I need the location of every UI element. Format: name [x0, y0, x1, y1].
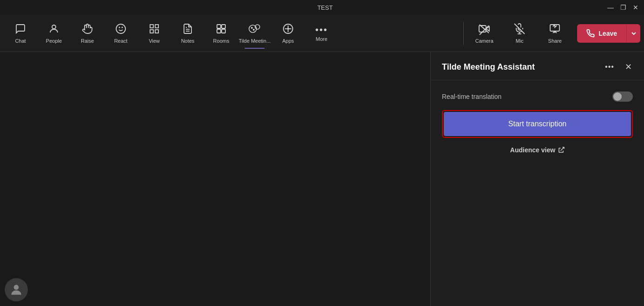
toolbar-right-items: Camera Mic	[467, 17, 640, 50]
toolbar-item-chat[interactable]: Chat	[4, 17, 37, 50]
svg-point-33	[14, 285, 19, 290]
camera-label: Camera	[475, 38, 493, 44]
audience-view-link[interactable]: Audience view	[442, 146, 633, 154]
apps-icon	[283, 23, 294, 36]
panel-more-button[interactable]: •••	[603, 60, 616, 73]
panel-body: Real-time translation Start transcriptio…	[431, 80, 644, 165]
share-icon	[549, 23, 560, 36]
side-panel: Tilde Meeting Assistant ••• ✕ Real-time …	[430, 52, 644, 306]
toggle-knob	[613, 92, 622, 101]
toolbar-item-more[interactable]: ••• More	[305, 17, 338, 50]
tilde-icon	[248, 23, 261, 36]
svg-rect-11	[217, 25, 221, 28]
panel-close-icon: ✕	[625, 62, 632, 72]
toolbar-item-camera[interactable]: Camera	[467, 17, 501, 50]
chat-icon	[15, 23, 26, 36]
svg-rect-26	[479, 26, 486, 32]
translation-toggle[interactable]	[612, 91, 633, 102]
toolbar-item-people[interactable]: People	[37, 17, 71, 50]
camera-icon	[479, 23, 490, 36]
panel-header-actions: ••• ✕	[603, 60, 635, 73]
toolbar-divider	[463, 22, 464, 45]
svg-rect-12	[222, 25, 225, 28]
start-transcription-button[interactable]: Start transcription	[444, 112, 631, 136]
video-area	[0, 52, 430, 306]
raise-icon	[82, 23, 93, 36]
more-label: More	[315, 36, 327, 42]
toolbar-item-mic[interactable]: Mic	[503, 17, 536, 50]
more-icon: •••	[315, 25, 328, 34]
raise-label: Raise	[81, 38, 94, 44]
tilde-label: Tilde Meetin...	[239, 38, 271, 44]
svg-rect-5	[155, 25, 158, 28]
toolbar-item-react[interactable]: React	[104, 17, 138, 50]
audience-view-label: Audience view	[510, 146, 555, 154]
leave-button[interactable]: Leave	[577, 24, 626, 43]
rooms-label: Rooms	[213, 38, 230, 44]
toolbar-left-items: Chat People Raise	[4, 17, 460, 50]
people-label: People	[46, 38, 62, 44]
leave-label: Leave	[598, 30, 617, 37]
apps-label: Apps	[282, 38, 294, 44]
minimize-button[interactable]: —	[607, 4, 614, 11]
translation-label: Real-time translation	[442, 93, 501, 100]
rooms-icon	[216, 23, 227, 36]
user-avatar	[5, 278, 28, 301]
toolbar-item-rooms[interactable]: Rooms	[204, 17, 238, 50]
window-title: TEST	[43, 4, 607, 11]
svg-rect-13	[217, 29, 221, 33]
transcription-button-wrapper: Start transcription	[442, 110, 633, 138]
window-controls: — ❐ ✕	[607, 4, 638, 11]
react-label: React	[114, 38, 128, 44]
svg-point-18	[253, 29, 255, 31]
svg-rect-14	[222, 29, 225, 33]
people-icon	[48, 23, 59, 36]
mic-label: Mic	[516, 38, 524, 44]
svg-point-0	[52, 25, 56, 29]
panel-header: Tilde Meeting Assistant ••• ✕	[431, 52, 644, 80]
svg-rect-7	[155, 30, 158, 33]
toolbar-item-share[interactable]: Share	[538, 17, 572, 50]
chat-label: Chat	[15, 38, 26, 44]
main-content: Tilde Meeting Assistant ••• ✕ Real-time …	[0, 52, 644, 306]
svg-point-17	[251, 27, 253, 29]
view-label: View	[149, 38, 160, 44]
toolbar-item-tilde[interactable]: Tilde Meetin...	[238, 17, 271, 50]
leave-btn-group: Leave	[577, 24, 640, 43]
panel-title: Tilde Meeting Assistant	[442, 62, 535, 72]
external-link-icon	[558, 147, 565, 153]
react-icon	[115, 23, 126, 36]
share-label: Share	[548, 38, 562, 44]
close-button[interactable]: ✕	[633, 4, 638, 11]
restore-button[interactable]: ❐	[620, 4, 626, 11]
mic-icon	[514, 23, 525, 36]
toolbar-item-raise[interactable]: Raise	[71, 17, 104, 50]
meeting-toolbar: Chat People Raise	[0, 15, 644, 52]
leave-chevron-button[interactable]	[626, 24, 640, 43]
toolbar-item-view[interactable]: View	[138, 17, 171, 50]
toolbar-item-notes[interactable]: Notes	[171, 17, 204, 50]
svg-point-1	[116, 24, 125, 33]
notes-icon	[182, 23, 193, 36]
svg-rect-6	[150, 30, 153, 33]
panel-more-icon: •••	[605, 63, 614, 71]
titlebar: TEST — ❐ ✕	[0, 0, 644, 15]
view-icon	[149, 23, 160, 36]
svg-rect-4	[150, 25, 153, 28]
panel-close-button[interactable]: ✕	[622, 60, 635, 73]
toolbar-item-apps[interactable]: Apps	[271, 17, 305, 50]
notes-label: Notes	[181, 38, 195, 44]
translation-row: Real-time translation	[442, 91, 633, 102]
